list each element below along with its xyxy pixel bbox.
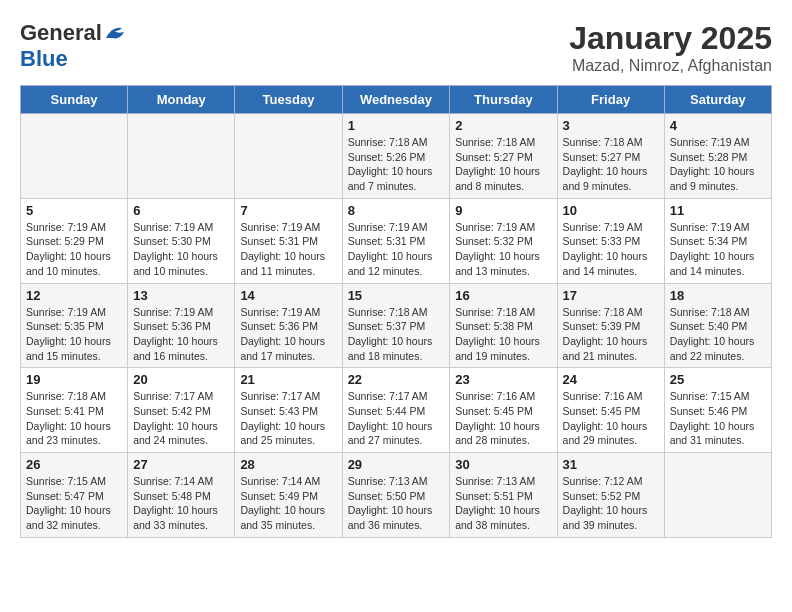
calendar-cell: 28Sunrise: 7:14 AM Sunset: 5:49 PM Dayli… xyxy=(235,453,342,538)
calendar-cell: 15Sunrise: 7:18 AM Sunset: 5:37 PM Dayli… xyxy=(342,283,450,368)
calendar-cell: 31Sunrise: 7:12 AM Sunset: 5:52 PM Dayli… xyxy=(557,453,664,538)
calendar-cell: 17Sunrise: 7:18 AM Sunset: 5:39 PM Dayli… xyxy=(557,283,664,368)
calendar-cell: 13Sunrise: 7:19 AM Sunset: 5:36 PM Dayli… xyxy=(128,283,235,368)
calendar-cell: 25Sunrise: 7:15 AM Sunset: 5:46 PM Dayli… xyxy=(664,368,771,453)
weekday-header-monday: Monday xyxy=(128,86,235,114)
week-row-4: 19Sunrise: 7:18 AM Sunset: 5:41 PM Dayli… xyxy=(21,368,772,453)
day-number: 25 xyxy=(670,372,766,387)
day-number: 5 xyxy=(26,203,122,218)
day-number: 21 xyxy=(240,372,336,387)
day-number: 26 xyxy=(26,457,122,472)
day-info: Sunrise: 7:18 AM Sunset: 5:26 PM Dayligh… xyxy=(348,135,445,194)
day-info: Sunrise: 7:12 AM Sunset: 5:52 PM Dayligh… xyxy=(563,474,659,533)
calendar-cell: 4Sunrise: 7:19 AM Sunset: 5:28 PM Daylig… xyxy=(664,114,771,199)
week-row-1: 1Sunrise: 7:18 AM Sunset: 5:26 PM Daylig… xyxy=(21,114,772,199)
day-number: 31 xyxy=(563,457,659,472)
day-info: Sunrise: 7:19 AM Sunset: 5:31 PM Dayligh… xyxy=(240,220,336,279)
day-info: Sunrise: 7:18 AM Sunset: 5:37 PM Dayligh… xyxy=(348,305,445,364)
day-info: Sunrise: 7:19 AM Sunset: 5:28 PM Dayligh… xyxy=(670,135,766,194)
day-info: Sunrise: 7:19 AM Sunset: 5:33 PM Dayligh… xyxy=(563,220,659,279)
day-info: Sunrise: 7:15 AM Sunset: 5:46 PM Dayligh… xyxy=(670,389,766,448)
title-block: January 2025 Mazad, Nimroz, Afghanistan xyxy=(569,20,772,75)
day-info: Sunrise: 7:19 AM Sunset: 5:30 PM Dayligh… xyxy=(133,220,229,279)
calendar-cell: 26Sunrise: 7:15 AM Sunset: 5:47 PM Dayli… xyxy=(21,453,128,538)
calendar-cell: 12Sunrise: 7:19 AM Sunset: 5:35 PM Dayli… xyxy=(21,283,128,368)
day-info: Sunrise: 7:19 AM Sunset: 5:29 PM Dayligh… xyxy=(26,220,122,279)
day-number: 14 xyxy=(240,288,336,303)
day-info: Sunrise: 7:19 AM Sunset: 5:31 PM Dayligh… xyxy=(348,220,445,279)
day-number: 30 xyxy=(455,457,551,472)
day-info: Sunrise: 7:18 AM Sunset: 5:41 PM Dayligh… xyxy=(26,389,122,448)
calendar-cell: 14Sunrise: 7:19 AM Sunset: 5:36 PM Dayli… xyxy=(235,283,342,368)
calendar-cell: 20Sunrise: 7:17 AM Sunset: 5:42 PM Dayli… xyxy=(128,368,235,453)
week-row-3: 12Sunrise: 7:19 AM Sunset: 5:35 PM Dayli… xyxy=(21,283,772,368)
day-number: 17 xyxy=(563,288,659,303)
page-subtitle: Mazad, Nimroz, Afghanistan xyxy=(569,57,772,75)
day-info: Sunrise: 7:16 AM Sunset: 5:45 PM Dayligh… xyxy=(563,389,659,448)
day-info: Sunrise: 7:18 AM Sunset: 5:40 PM Dayligh… xyxy=(670,305,766,364)
day-number: 12 xyxy=(26,288,122,303)
day-info: Sunrise: 7:19 AM Sunset: 5:32 PM Dayligh… xyxy=(455,220,551,279)
logo: General Blue xyxy=(20,20,126,72)
logo-bird-icon xyxy=(104,24,126,42)
calendar-cell: 9Sunrise: 7:19 AM Sunset: 5:32 PM Daylig… xyxy=(450,198,557,283)
day-info: Sunrise: 7:17 AM Sunset: 5:44 PM Dayligh… xyxy=(348,389,445,448)
day-number: 2 xyxy=(455,118,551,133)
day-info: Sunrise: 7:13 AM Sunset: 5:51 PM Dayligh… xyxy=(455,474,551,533)
calendar-cell: 6Sunrise: 7:19 AM Sunset: 5:30 PM Daylig… xyxy=(128,198,235,283)
day-number: 10 xyxy=(563,203,659,218)
day-number: 20 xyxy=(133,372,229,387)
day-number: 11 xyxy=(670,203,766,218)
day-number: 7 xyxy=(240,203,336,218)
day-number: 1 xyxy=(348,118,445,133)
week-row-2: 5Sunrise: 7:19 AM Sunset: 5:29 PM Daylig… xyxy=(21,198,772,283)
calendar-cell: 10Sunrise: 7:19 AM Sunset: 5:33 PM Dayli… xyxy=(557,198,664,283)
calendar-cell: 2Sunrise: 7:18 AM Sunset: 5:27 PM Daylig… xyxy=(450,114,557,199)
day-number: 28 xyxy=(240,457,336,472)
calendar-cell: 24Sunrise: 7:16 AM Sunset: 5:45 PM Dayli… xyxy=(557,368,664,453)
day-info: Sunrise: 7:18 AM Sunset: 5:39 PM Dayligh… xyxy=(563,305,659,364)
day-info: Sunrise: 7:19 AM Sunset: 5:36 PM Dayligh… xyxy=(240,305,336,364)
day-info: Sunrise: 7:19 AM Sunset: 5:34 PM Dayligh… xyxy=(670,220,766,279)
day-number: 18 xyxy=(670,288,766,303)
calendar-cell xyxy=(21,114,128,199)
day-info: Sunrise: 7:17 AM Sunset: 5:43 PM Dayligh… xyxy=(240,389,336,448)
calendar-cell: 11Sunrise: 7:19 AM Sunset: 5:34 PM Dayli… xyxy=(664,198,771,283)
day-number: 8 xyxy=(348,203,445,218)
logo-blue: Blue xyxy=(20,46,68,71)
calendar-cell: 30Sunrise: 7:13 AM Sunset: 5:51 PM Dayli… xyxy=(450,453,557,538)
day-info: Sunrise: 7:18 AM Sunset: 5:38 PM Dayligh… xyxy=(455,305,551,364)
day-number: 19 xyxy=(26,372,122,387)
day-info: Sunrise: 7:13 AM Sunset: 5:50 PM Dayligh… xyxy=(348,474,445,533)
day-info: Sunrise: 7:14 AM Sunset: 5:48 PM Dayligh… xyxy=(133,474,229,533)
weekday-header-wednesday: Wednesday xyxy=(342,86,450,114)
day-number: 29 xyxy=(348,457,445,472)
day-number: 13 xyxy=(133,288,229,303)
day-number: 24 xyxy=(563,372,659,387)
day-info: Sunrise: 7:15 AM Sunset: 5:47 PM Dayligh… xyxy=(26,474,122,533)
calendar-cell xyxy=(128,114,235,199)
day-number: 6 xyxy=(133,203,229,218)
calendar-cell: 21Sunrise: 7:17 AM Sunset: 5:43 PM Dayli… xyxy=(235,368,342,453)
calendar-cell: 7Sunrise: 7:19 AM Sunset: 5:31 PM Daylig… xyxy=(235,198,342,283)
calendar-cell: 18Sunrise: 7:18 AM Sunset: 5:40 PM Dayli… xyxy=(664,283,771,368)
calendar-cell: 22Sunrise: 7:17 AM Sunset: 5:44 PM Dayli… xyxy=(342,368,450,453)
page-title: January 2025 xyxy=(569,20,772,57)
day-number: 23 xyxy=(455,372,551,387)
weekday-header-thursday: Thursday xyxy=(450,86,557,114)
calendar-cell: 5Sunrise: 7:19 AM Sunset: 5:29 PM Daylig… xyxy=(21,198,128,283)
day-number: 9 xyxy=(455,203,551,218)
day-info: Sunrise: 7:19 AM Sunset: 5:36 PM Dayligh… xyxy=(133,305,229,364)
day-info: Sunrise: 7:18 AM Sunset: 5:27 PM Dayligh… xyxy=(563,135,659,194)
calendar-cell xyxy=(235,114,342,199)
page-header: General Blue January 2025 Mazad, Nimroz,… xyxy=(20,20,772,75)
day-number: 22 xyxy=(348,372,445,387)
calendar-cell: 16Sunrise: 7:18 AM Sunset: 5:38 PM Dayli… xyxy=(450,283,557,368)
calendar-cell: 23Sunrise: 7:16 AM Sunset: 5:45 PM Dayli… xyxy=(450,368,557,453)
calendar-cell: 3Sunrise: 7:18 AM Sunset: 5:27 PM Daylig… xyxy=(557,114,664,199)
calendar-cell: 29Sunrise: 7:13 AM Sunset: 5:50 PM Dayli… xyxy=(342,453,450,538)
calendar-table: SundayMondayTuesdayWednesdayThursdayFrid… xyxy=(20,85,772,538)
day-number: 4 xyxy=(670,118,766,133)
calendar-cell: 19Sunrise: 7:18 AM Sunset: 5:41 PM Dayli… xyxy=(21,368,128,453)
weekday-header-friday: Friday xyxy=(557,86,664,114)
